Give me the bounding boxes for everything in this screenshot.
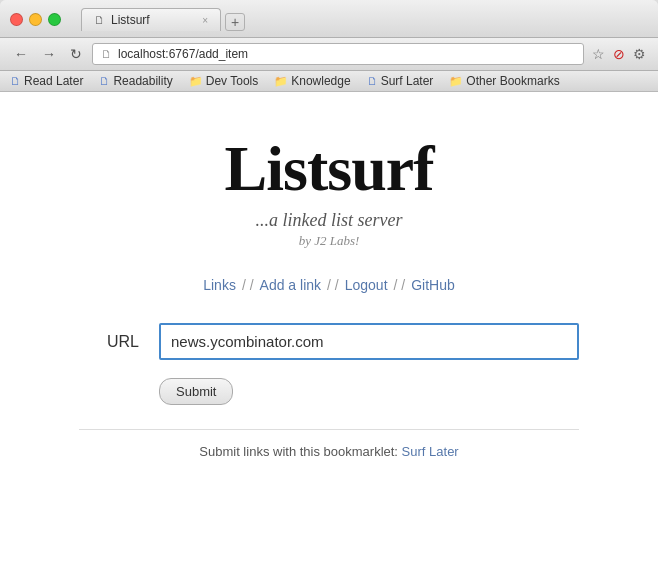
tab-title: Listsurf <box>111 13 150 27</box>
site-subtitle: ...a linked list server <box>256 210 403 231</box>
tab-icon: 🗋 <box>94 14 105 26</box>
url-display: localhost:6767/add_item <box>118 47 575 61</box>
separator-3: / / <box>394 277 406 293</box>
stop-button[interactable]: ⊘ <box>611 44 627 64</box>
bookmarklet-text: Submit links with this bookmarklet: <box>199 444 398 459</box>
bookmark-surf-later-icon: 🗋 <box>367 75 378 87</box>
active-tab[interactable]: 🗋 Listsurf × <box>81 8 221 31</box>
logout-link[interactable]: Logout <box>345 277 388 293</box>
reload-button[interactable]: ↻ <box>66 44 86 64</box>
form-area: URL Submit <box>79 323 579 405</box>
page-content: Listsurf ...a linked list server by J2 L… <box>0 92 658 565</box>
page-nav-links: Links / / Add a link / / Logout / / GitH… <box>203 277 455 293</box>
add-link-link[interactable]: Add a link <box>260 277 321 293</box>
bookmark-readability[interactable]: 🗋 Readability <box>99 74 172 88</box>
bookmark-other-label: Other Bookmarks <box>466 74 559 88</box>
bookmarklet-info: Submit links with this bookmarklet: Surf… <box>199 444 458 459</box>
url-label: URL <box>79 333 139 351</box>
close-button[interactable] <box>10 13 23 26</box>
submit-button[interactable]: Submit <box>159 378 233 405</box>
bookmark-read-later[interactable]: 🗋 Read Later <box>10 74 83 88</box>
bookmark-readability-label: Readability <box>113 74 172 88</box>
site-byline: by J2 Labs! <box>299 233 360 249</box>
bookmark-dev-tools-icon: 📁 <box>189 75 203 88</box>
back-button[interactable]: ← <box>10 44 32 64</box>
nav-bar: ← → ↻ 🗋 localhost:6767/add_item ☆ ⊘ ⚙ <box>0 38 658 71</box>
menu-button[interactable]: ⚙ <box>631 44 648 64</box>
new-tab-button[interactable]: + <box>225 13 245 31</box>
bookmark-readability-icon: 🗋 <box>99 75 110 87</box>
github-link[interactable]: GitHub <box>411 277 455 293</box>
bookmark-other-icon: 📁 <box>449 75 463 88</box>
maximize-button[interactable] <box>48 13 61 26</box>
url-form-row: URL <box>79 323 579 360</box>
bookmarks-bar: 🗋 Read Later 🗋 Readability 📁 Dev Tools 📁… <box>0 71 658 92</box>
star-button[interactable]: ☆ <box>590 44 607 64</box>
bookmark-read-later-label: Read Later <box>24 74 83 88</box>
bookmark-other[interactable]: 📁 Other Bookmarks <box>449 74 559 88</box>
bookmark-knowledge-label: Knowledge <box>291 74 350 88</box>
bookmarklet-link[interactable]: Surf Later <box>402 444 459 459</box>
site-title: Listsurf <box>225 132 434 206</box>
tab-bar: 🗋 Listsurf × + <box>81 8 245 31</box>
separator-1: / / <box>242 277 254 293</box>
bookmark-read-later-icon: 🗋 <box>10 75 21 87</box>
bookmark-dev-tools-label: Dev Tools <box>206 74 258 88</box>
bookmark-dev-tools[interactable]: 📁 Dev Tools <box>189 74 258 88</box>
minimize-button[interactable] <box>29 13 42 26</box>
nav-icons: ☆ ⊘ ⚙ <box>590 44 648 64</box>
tab-close-button[interactable]: × <box>202 15 208 26</box>
url-input[interactable] <box>159 323 579 360</box>
bookmark-surf-later-label: Surf Later <box>381 74 434 88</box>
page-icon: 🗋 <box>101 48 112 60</box>
title-bar: 🗋 Listsurf × + <box>0 0 658 38</box>
bookmark-knowledge-icon: 📁 <box>274 75 288 88</box>
browser-window: 🗋 Listsurf × + ← → ↻ 🗋 localhost:6767/ad… <box>0 0 658 565</box>
nav-links-link[interactable]: Links <box>203 277 236 293</box>
traffic-lights <box>10 13 61 26</box>
separator-2: / / <box>327 277 339 293</box>
address-bar[interactable]: 🗋 localhost:6767/add_item <box>92 43 584 65</box>
bookmark-surf-later[interactable]: 🗋 Surf Later <box>367 74 434 88</box>
divider <box>79 429 579 430</box>
bookmark-knowledge[interactable]: 📁 Knowledge <box>274 74 350 88</box>
forward-button[interactable]: → <box>38 44 60 64</box>
